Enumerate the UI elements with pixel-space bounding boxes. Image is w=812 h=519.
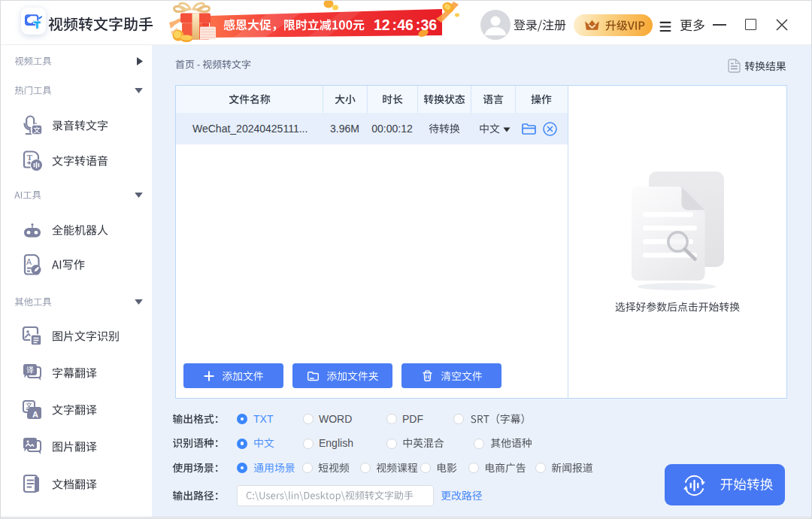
svg-text:A: A — [32, 410, 38, 419]
svg-text:T: T — [27, 153, 33, 162]
svg-text:A: A — [26, 257, 32, 266]
